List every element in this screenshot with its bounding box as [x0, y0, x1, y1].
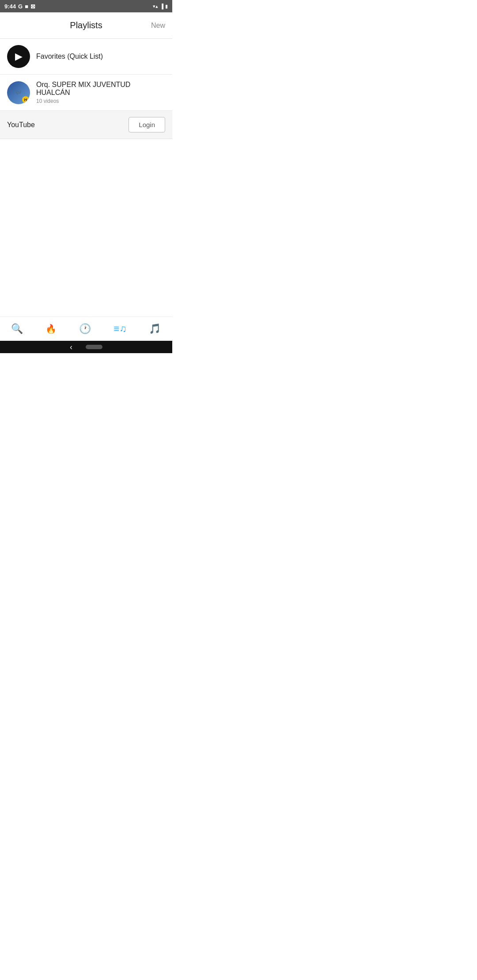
status-bar: 9:44 G ■ ⊠ ▾▴ ▐ ▮ [0, 0, 172, 12]
orq-thumb: 🎶 H [7, 81, 30, 104]
nav-search[interactable]: 🔍 [11, 323, 23, 335]
playlist-item-orq[interactable]: 🎶 H Orq. SUPER MIX JUVENTUD HUALCÁN 10 v… [0, 75, 172, 111]
page-title: Playlists [70, 20, 102, 30]
bottom-nav: 🔍 🔥 🕐 ≡♫ 🎵 [0, 317, 172, 341]
orq-badge: H [22, 96, 29, 103]
youtube-section: YouTube Login [0, 111, 172, 139]
clock-icon: 🕐 [79, 323, 91, 335]
nav-playlists[interactable]: ≡♫ [114, 323, 126, 335]
header: Playlists New [0, 12, 172, 39]
status-right: ▾▴ ▐ ▮ [153, 4, 168, 9]
nav-recent[interactable]: 🕐 [79, 323, 91, 335]
battery-icon: ▮ [165, 4, 168, 9]
favorites-title: Favorites (Quick List) [36, 53, 165, 60]
nav-trending[interactable]: 🔥 [45, 324, 57, 334]
orq-title: Orq. SUPER MIX JUVENTUD HUALCÁN [36, 81, 165, 97]
wifi-icon: ▾▴ [153, 4, 158, 9]
nav-music[interactable]: 🎵 [149, 323, 161, 335]
status-time: 9:44 [4, 3, 16, 10]
orq-subtitle: 10 videos [36, 98, 165, 104]
play-icon: ▶ [15, 51, 23, 62]
search-icon: 🔍 [11, 323, 23, 335]
back-button[interactable]: ‹ [70, 343, 72, 352]
home-button[interactable] [86, 345, 102, 349]
screenshot-icon: ⊠ [30, 3, 35, 10]
google-icon: G [18, 3, 23, 10]
orq-info: Orq. SUPER MIX JUVENTUD HUALCÁN 10 video… [36, 81, 165, 104]
playlist-icon: ≡♫ [114, 323, 126, 335]
system-nav-bar: ‹ [0, 341, 172, 353]
square-icon: ■ [25, 3, 28, 10]
playlist-item-favorites[interactable]: ▶ Favorites (Quick List) [0, 39, 172, 75]
youtube-label: YouTube [7, 121, 35, 129]
orq-thumb-icon: 🎶 [15, 90, 22, 95]
music-icon: 🎵 [149, 323, 161, 335]
signal-icon: ▐ [160, 4, 163, 9]
fire-icon: 🔥 [45, 324, 57, 334]
new-button[interactable]: New [151, 22, 165, 30]
favorites-info: Favorites (Quick List) [36, 53, 165, 60]
favorites-play-thumb: ▶ [7, 45, 30, 68]
status-left: 9:44 G ■ ⊠ [4, 3, 35, 10]
login-button[interactable]: Login [129, 117, 165, 132]
